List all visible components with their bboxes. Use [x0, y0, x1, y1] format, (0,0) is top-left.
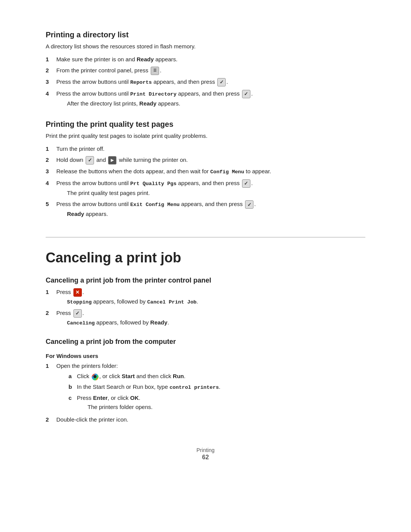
quality-step-4-sub: The print quality test pages print. [67, 189, 253, 198]
directory-steps-list: 1 Make sure the printer is on and Ready … [46, 55, 365, 108]
windows-icon: ⬤ [92, 374, 99, 380]
quality-step-4: 4 Press the arrow buttons until Prt Qual… [46, 179, 365, 197]
quality-step-5: 5 Press the arrow buttons until Exit Con… [46, 200, 365, 218]
quality-step-5-sub: Ready appears. [67, 210, 256, 219]
quality-step-2: 2 Hold down ✓ and ▶ while turning the pr… [46, 155, 365, 165]
cancel-computer-step-1: 1 Open the printers folder: a Click ⬤, o… [46, 361, 365, 413]
section-canceling: Canceling a print job Canceling a print … [46, 237, 365, 424]
directory-step-3: 3 Press the arrow buttons until Reports … [46, 77, 365, 87]
cancel-computer-sub-c: c Press Enter, or click OK. The printers… [68, 393, 220, 412]
cancel-panel-step-2: 2 Press ✓. Canceling appears, followed b… [46, 308, 365, 327]
cancel-computer-sub-a: a Click ⬤, or click Start and then click… [68, 372, 220, 380]
quality-step-1: 1 Turn the printer off. [46, 144, 365, 153]
section-intro-quality: Print the print quality test pages to is… [46, 132, 365, 141]
cancel-computer-sub-b: b In the Start Search or Run box, type c… [68, 382, 220, 392]
directory-step-1: 1 Make sure the printer is on and Ready … [46, 55, 365, 64]
directory-step-2: 2 From the printer control panel, press … [46, 66, 365, 75]
cancel-panel-step-1: 1 Press ✕. Stopping appears, followed by… [46, 288, 365, 306]
quality-steps-list: 1 Turn the printer off. 2 Hold down ✓ an… [46, 144, 365, 219]
check-button-icon-4: ✓ [242, 179, 250, 188]
section-heading-directory: Printing a directory list [46, 30, 365, 39]
section-heading-quality: Printing the print quality test pages [46, 120, 365, 129]
cancel-computer-steps: 1 Open the printers folder: a Click ⬤, o… [46, 361, 365, 424]
check-button-icon: ✓ [217, 78, 226, 86]
cancel-panel-steps: 1 Press ✕. Stopping appears, followed by… [46, 288, 365, 328]
menu-button-icon: ☰ [151, 67, 159, 75]
chapter-heading-cancel: Canceling a print job [46, 237, 365, 266]
quality-step-3: 3 Release the buttons when the dots appe… [46, 167, 365, 176]
cancel-computer-sub-steps: a Click ⬤, or click Start and then click… [56, 372, 220, 411]
check-button-icon-3: ✓ [86, 156, 94, 165]
cancel-computer-step-2: 2 Double-click the printer icon. [46, 415, 365, 424]
page-number: 62 [46, 454, 365, 461]
check-button-icon-5: ✓ [245, 200, 253, 209]
directory-step-4: 4 Press the arrow buttons until Print Di… [46, 89, 365, 108]
directory-step-4-sub: After the directory list prints, Ready a… [67, 99, 253, 108]
section-printing-quality: Printing the print quality test pages Pr… [46, 120, 365, 219]
sub-heading-computer: Canceling a print job from the computer [46, 338, 365, 346]
cancel-computer-sub-c-sub: The printers folder opens. [88, 403, 153, 412]
sub-heading-panel: Canceling a print job from the printer c… [46, 276, 365, 284]
sub-sub-heading-windows: For Windows users [46, 353, 365, 359]
check-button-icon-6: ✓ [73, 309, 82, 318]
page-footer: Printing 62 [46, 447, 365, 461]
check-button-icon-2: ✓ [242, 90, 250, 98]
arrow-right-icon: ▶ [108, 156, 116, 165]
cancel-panel-step-1-sub: Stopping appears, followed by Cancel Pri… [67, 297, 198, 306]
footer-label: Printing [46, 447, 365, 453]
cancel-x-icon: ✕ [73, 288, 82, 297]
section-printing-directory: Printing a directory list A directory li… [46, 30, 365, 108]
cancel-panel-step-2-sub: Canceling appears, followed by Ready. [67, 318, 169, 327]
section-intro-directory: A directory list shows the resources sto… [46, 42, 365, 51]
